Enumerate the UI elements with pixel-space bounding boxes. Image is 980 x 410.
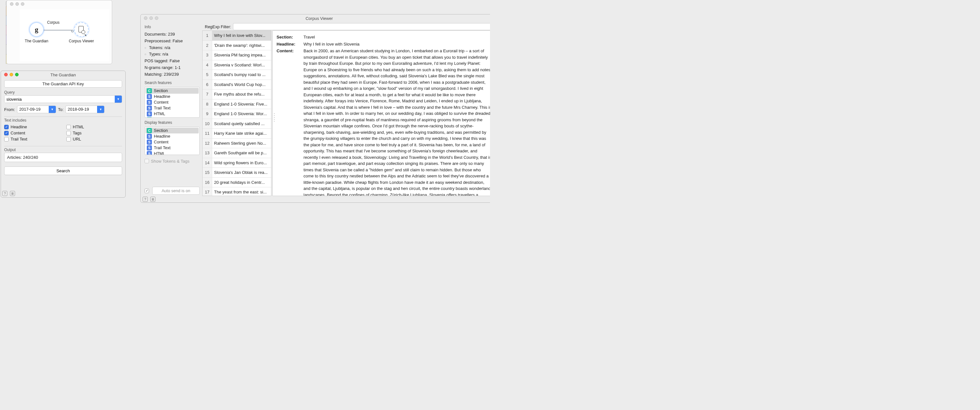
type-badge-icon: C — [147, 88, 152, 93]
feature-item[interactable]: STrail Text — [145, 145, 199, 151]
check-tags[interactable]: Tags — [66, 131, 122, 136]
table-row[interactable]: 10Scotland quietly satisfied ... — [202, 119, 271, 129]
splitter-handle[interactable] — [274, 113, 275, 122]
table-row[interactable]: 2'Drain the swamp': rightwi... — [202, 41, 271, 51]
output-value: Articles: 240/240 — [4, 153, 122, 162]
table-row[interactable]: 1Why I fell in love with Slov... — [202, 31, 271, 41]
type-badge-icon: S — [147, 134, 152, 139]
help-icon[interactable]: ? — [143, 197, 148, 202]
table-row[interactable]: 9England 1-0 Slovenia: Wor... — [202, 109, 271, 119]
table-row[interactable]: 14Wild spring flowers in Euro... — [202, 158, 271, 168]
table-row[interactable]: 6Scotland's World Cup hop... — [202, 80, 271, 90]
feature-item-label: HTML — [154, 111, 165, 116]
row-number: 12 — [202, 139, 212, 148]
to-date[interactable]: 2018-09-19 ▼ — [65, 105, 105, 113]
table-row[interactable]: 4Slovenia v Scotland: Worl... — [202, 60, 271, 70]
table-row[interactable]: 5Scotland's bumpy road to ... — [202, 70, 271, 80]
table-row[interactable]: 15Slovenia's Jan Oblak is rea... — [202, 168, 271, 178]
row-number: 13 — [202, 148, 212, 158]
feature-item[interactable]: SHeadline — [145, 94, 199, 99]
window-controls[interactable] — [144, 16, 158, 20]
table-row[interactable]: 17The yeast from the east: si... — [202, 187, 271, 196]
autosend-button: Auto send is on — [152, 187, 200, 195]
report-icon[interactable]: 🗎 — [10, 191, 15, 196]
node-guardian[interactable]: g The Guardian — [22, 22, 51, 43]
row-number: 1 — [202, 31, 212, 40]
feature-item[interactable]: SHTML — [145, 111, 199, 117]
info-preprocessed: Preprocessed: False — [145, 38, 200, 45]
table-row[interactable]: 3Slovenia PM facing impea... — [202, 50, 271, 60]
row-number: 16 — [202, 178, 212, 187]
row-title: 'Drain the swamp': rightwi... — [212, 41, 271, 50]
feature-item[interactable]: TPublication Date — [145, 117, 199, 118]
row-title: The yeast from the east: si... — [212, 187, 271, 196]
window-controls[interactable] — [10, 2, 24, 6]
window-title: Corpus Viewer — [141, 14, 490, 22]
check-trail[interactable]: Trail Text — [4, 137, 60, 142]
row-title: Why I fell in love with Slov... — [212, 31, 271, 40]
check-content[interactable]: Content — [4, 131, 60, 136]
detail-section-value: Travel — [304, 34, 490, 40]
search-button[interactable]: Search — [4, 166, 122, 175]
check-url-label: URL — [73, 137, 81, 142]
table-row[interactable]: 8England 1-0 Slovenia: Five... — [202, 99, 271, 109]
type-badge-icon: S — [147, 100, 152, 105]
display-features-label: Display features — [145, 120, 200, 125]
row-title: Scotland's bumpy road to ... — [212, 70, 271, 80]
from-date[interactable]: 2017-09-19 ▼ — [17, 105, 56, 113]
check-html[interactable]: HTML — [66, 124, 122, 129]
chevron-down-icon[interactable]: ▼ — [49, 106, 56, 113]
feature-item-label: Trail Text — [154, 105, 170, 110]
feature-item[interactable]: SHeadline — [145, 134, 199, 139]
check-url[interactable]: URL — [66, 137, 122, 142]
node-corpus-viewer[interactable]: Corpus Viewer — [67, 22, 96, 43]
feature-item-label: Section — [154, 128, 168, 133]
row-number: 17 — [202, 187, 212, 196]
row-number: 11 — [202, 129, 212, 138]
report-icon[interactable]: 🗎 — [150, 197, 156, 202]
query-input[interactable]: ▼ — [4, 95, 122, 103]
table-row[interactable]: 1620 great holidays in Centr... — [202, 178, 271, 188]
workflow-canvas[interactable]: Corpus g The Guardian Corpus Viewer — [19, 9, 109, 61]
check-headline[interactable]: Headline — [4, 124, 60, 129]
row-number: 5 — [202, 70, 212, 80]
row-title: England 1-0 Slovenia: Wor... — [212, 109, 271, 119]
guardian-window: The Guardian The Guardian API Key Query … — [1, 70, 126, 198]
check-content-label: Content — [11, 131, 25, 136]
feature-item[interactable]: SContent — [145, 139, 199, 145]
display-features-list[interactable]: CSectionSHeadlineSContentSTrail TextSHTM… — [145, 127, 200, 155]
table-row[interactable]: 7Five myths about the refu... — [202, 89, 271, 99]
row-title: Scotland's World Cup hop... — [212, 80, 271, 89]
feature-item[interactable]: SHTML — [145, 151, 199, 155]
node-guardian-label: The Guardian — [22, 39, 51, 43]
row-title: England 1-0 Slovenia: Five... — [212, 99, 271, 109]
autosend-check[interactable] — [145, 189, 149, 193]
api-key-button[interactable]: The Guardian API Key — [4, 80, 122, 88]
document-list[interactable]: 1Why I fell in love with Slov...2'Drain … — [202, 30, 271, 196]
feature-item[interactable]: SContent — [145, 99, 199, 105]
info-label: Info — [145, 25, 200, 29]
type-badge-icon: T — [147, 117, 152, 118]
query-field[interactable] — [5, 96, 115, 103]
feature-item[interactable]: CSection — [145, 128, 199, 134]
chevron-down-icon[interactable]: ▼ — [115, 96, 122, 103]
from-label: From: — [4, 107, 15, 112]
type-badge-icon: S — [147, 94, 152, 99]
row-number: 15 — [202, 168, 212, 177]
help-icon[interactable]: ? — [2, 191, 7, 196]
table-row[interactable]: 13Gareth Southgate will be p... — [202, 148, 271, 158]
chevron-down-icon[interactable]: ▼ — [97, 106, 104, 113]
table-row[interactable]: 12Raheem Sterling given No... — [202, 139, 271, 148]
check-headline-label: Headline — [11, 124, 27, 129]
check-trail-label: Trail Text — [11, 137, 27, 142]
type-badge-icon: S — [147, 111, 152, 116]
info-pos: POS tagged: False — [145, 58, 200, 64]
search-features-list[interactable]: CSectionSHeadlineSContentSTrail TextSHTM… — [145, 87, 200, 118]
window-controls[interactable] — [4, 73, 19, 77]
detail-headline-value: Why I fell in love with Slovenia — [304, 41, 490, 48]
check-html-label: HTML — [73, 124, 84, 129]
feature-item[interactable]: STrail Text — [145, 105, 199, 111]
table-row[interactable]: 11Harry Kane late strike agai... — [202, 129, 271, 139]
feature-item[interactable]: CSection — [145, 88, 199, 94]
detail-headline-key: Headline: — [277, 41, 300, 48]
